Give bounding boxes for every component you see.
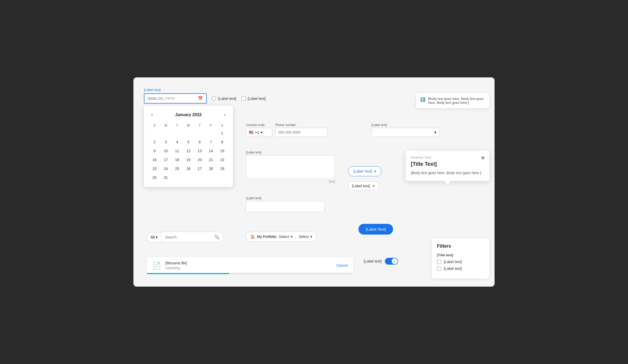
cal-day-23[interactable]: 23: [149, 164, 160, 173]
cal-day-29[interactable]: 29: [217, 164, 228, 173]
progress-bar-wrap: [147, 273, 353, 274]
date-input-wrapper[interactable]: 📅: [144, 93, 207, 104]
cal-day-21[interactable]: 21: [206, 156, 216, 164]
small-input-section: [Label text]: [246, 196, 324, 212]
chevron-down-icon-5: ▾: [291, 235, 293, 239]
cal-day-header-t1: T: [172, 123, 182, 128]
cal-day-27[interactable]: 27: [194, 164, 205, 173]
home-icon: 🏠: [250, 235, 255, 239]
search-bar-section: All ▾ 🔍: [147, 232, 223, 242]
country-code-label: Country code: [246, 123, 272, 127]
portfolio-divider: |: [295, 235, 296, 239]
small-input[interactable]: [246, 201, 324, 212]
cal-header: ‹ January 2022 ›: [149, 111, 228, 118]
filter-label-1: [Label text]: [444, 260, 462, 264]
info-icon: ℹ️: [420, 97, 425, 102]
info-tooltip-text: [Body text goes here. Body text goes her…: [428, 97, 485, 105]
popover-title: [Title Text]: [411, 161, 484, 167]
cal-day-4[interactable]: 4: [172, 138, 182, 146]
checkbox-input[interactable]: [242, 96, 246, 101]
small-input-label: [Label text]: [246, 196, 324, 200]
filters-panel: Filters [Title text] [Label text] [Label…: [432, 238, 489, 278]
toggle-section: [Label text] ✓: [364, 258, 398, 265]
cal-day-19[interactable]: 19: [183, 156, 194, 164]
textarea-label: [Label text]: [246, 151, 335, 154]
cal-prev-btn[interactable]: ‹: [149, 111, 155, 118]
toggle-switch[interactable]: ✓: [385, 258, 398, 265]
cal-day-17[interactable]: 17: [160, 156, 171, 164]
cal-day-2[interactable]: 2: [149, 138, 160, 146]
checkbox-label: [Label text]: [248, 96, 266, 101]
calendar-icon[interactable]: 📅: [198, 96, 203, 101]
primary-filled-btn[interactable]: [Label Text]: [358, 224, 393, 235]
cal-day-header-m: M: [160, 123, 171, 128]
country-select[interactable]: 🇺🇸 +1 ▾: [246, 128, 272, 137]
phone-input[interactable]: [275, 128, 328, 137]
dropdown-outlined-btn[interactable]: [Label Text] ▾: [348, 166, 382, 176]
cal-day-15[interactable]: 15: [217, 147, 228, 155]
cancel-upload-btn[interactable]: Cancel: [336, 263, 348, 268]
cal-day-5[interactable]: 5: [183, 138, 194, 146]
cal-day-18[interactable]: 18: [172, 156, 182, 164]
date-input[interactable]: [148, 96, 198, 101]
cal-day-31[interactable]: 31: [160, 173, 171, 182]
cal-day-3[interactable]: 3: [160, 138, 171, 146]
cal-day-header-w: W: [183, 123, 194, 128]
cal-day-9[interactable]: 9: [149, 147, 160, 155]
popover-close-btn[interactable]: ✕: [481, 155, 485, 161]
filter-item-1: [Label text]: [437, 260, 484, 264]
cal-day-11[interactable]: 11: [172, 147, 182, 155]
label-select-section: [Label text] ▾: [372, 123, 440, 137]
file-icon: 📄: [152, 261, 161, 270]
cal-day-20[interactable]: 20: [194, 156, 205, 164]
chevron-down-icon-2: ▾: [434, 130, 436, 134]
cal-day-8[interactable]: 8: [217, 138, 228, 146]
cal-day-6[interactable]: 6: [194, 138, 205, 146]
info-tooltip: ℹ️ [Body text goes here. Body text goes …: [416, 93, 489, 108]
search-input-wrap: 🔍: [161, 232, 223, 242]
cal-day-28[interactable]: 28: [206, 164, 216, 173]
portfolio-bar: 🏠 My Portfolio: Select ▾ | Select ▾: [246, 232, 317, 242]
main-textarea[interactable]: [246, 155, 335, 179]
filter-checkbox-1[interactable]: [437, 260, 441, 264]
filter-item-2: [Label text]: [437, 266, 484, 271]
popover-arrow: [444, 181, 451, 185]
search-all-btn[interactable]: All ▾: [147, 232, 161, 242]
cal-day-12[interactable]: 12: [183, 147, 194, 155]
cal-day-1[interactable]: 1: [217, 129, 228, 137]
label-dropdown-select[interactable]: ▾: [372, 128, 440, 137]
cal-day-26[interactable]: 26: [183, 164, 194, 173]
filter-checkbox-2[interactable]: [437, 266, 441, 271]
cal-month-title: January 2022: [175, 112, 201, 117]
tag-chip-close[interactable]: ✕: [372, 184, 375, 188]
portfolio-select2-label: Select: [299, 235, 309, 239]
filters-title: Filters: [437, 243, 484, 249]
cal-day-25[interactable]: 25: [172, 164, 182, 173]
dropdown-outlined-label: [Label Text]: [354, 169, 372, 173]
cal-day-14[interactable]: 14: [206, 147, 216, 155]
search-input[interactable]: [165, 235, 212, 239]
portfolio-select1-label: Select: [279, 235, 289, 239]
cal-grid: S M T W T F S 1 2 3 4 5 6 7 8 9 10: [149, 123, 228, 182]
primary-btn-container: [Label Text]: [358, 224, 393, 235]
radio-input[interactable]: [212, 96, 216, 101]
country-flag: 🇺🇸: [249, 130, 253, 134]
right-buttons-section: [Label Text] ▾ [Label text] ✕: [348, 166, 382, 190]
cal-day-24[interactable]: 24: [160, 164, 171, 173]
cal-day-7[interactable]: 7: [206, 138, 216, 146]
cal-next-btn[interactable]: ›: [222, 111, 228, 118]
cal-day-22[interactable]: 22: [217, 156, 228, 164]
popover-overline: [Overline Text]: [411, 156, 484, 159]
portfolio-select2[interactable]: Select ▾: [299, 235, 312, 239]
search-icon[interactable]: 🔍: [214, 235, 220, 240]
cal-day-10[interactable]: 10: [160, 147, 171, 155]
cal-day-empty6: [206, 129, 216, 137]
tag-chip-label: [Label text]: [352, 184, 370, 188]
cal-day-30[interactable]: 30: [149, 173, 160, 182]
cal-day-16[interactable]: 16: [149, 156, 160, 164]
cal-day-13[interactable]: 13: [194, 147, 205, 155]
chevron-down-icon-6: ▾: [310, 235, 312, 239]
chevron-down-icon-4: ▾: [156, 235, 158, 239]
portfolio-select1[interactable]: Select ▾: [279, 235, 293, 239]
cal-day-empty2: [160, 129, 171, 137]
